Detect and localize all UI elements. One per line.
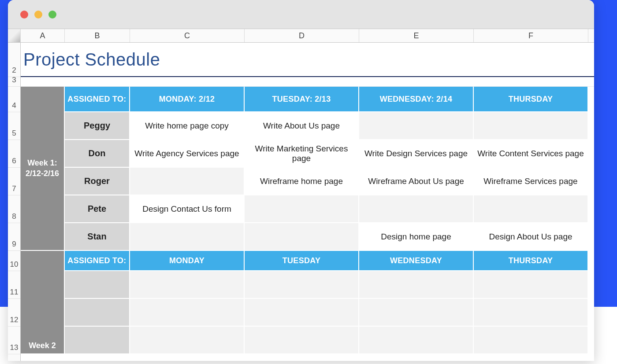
task-cell[interactable] xyxy=(474,271,588,299)
table-header[interactable]: TUESDAY xyxy=(245,251,359,271)
task-cell[interactable] xyxy=(474,327,588,354)
col-header[interactable]: F xyxy=(474,29,588,42)
task-cell[interactable]: Wireframe Services page xyxy=(474,168,588,195)
task-cell[interactable] xyxy=(359,327,474,354)
row-header[interactable]: 5 xyxy=(8,112,20,140)
task-cell[interactable]: Design Contact Us form xyxy=(130,195,245,223)
task-cell[interactable]: Wireframe home page xyxy=(245,168,359,195)
task-cell[interactable]: Wireframe About Us page xyxy=(359,168,474,195)
week-label[interactable]: Week 1: 2/12-2/16 xyxy=(21,87,65,251)
task-cell[interactable]: Write Design Services page xyxy=(359,140,474,168)
table-header[interactable]: THURSDAY xyxy=(474,251,588,271)
select-all-corner[interactable] xyxy=(8,29,21,42)
row-header[interactable]: 4 xyxy=(8,87,20,112)
table-header[interactable]: MONDAY xyxy=(130,251,245,271)
table-header[interactable]: MONDAY: 2/12 xyxy=(130,87,245,112)
row-headers: 2 3 4 5 6 7 8 9 10 11 12 13 xyxy=(8,43,21,361)
task-cell[interactable]: Design About Us page xyxy=(474,223,588,251)
empty-row[interactable] xyxy=(21,77,594,87)
col-header[interactable]: B xyxy=(65,29,130,42)
titlebar xyxy=(8,0,594,29)
assignee-cell[interactable] xyxy=(65,327,130,354)
close-icon[interactable] xyxy=(20,11,28,18)
row-header[interactable]: 7 xyxy=(8,168,20,195)
task-cell[interactable]: Write home page copy xyxy=(130,112,245,140)
row-header[interactable]: 8 xyxy=(8,195,20,223)
col-header[interactable]: C xyxy=(130,29,245,42)
task-cell[interactable]: Design home page xyxy=(359,223,474,251)
task-cell[interactable] xyxy=(130,168,245,195)
task-cell[interactable] xyxy=(359,112,474,140)
assignee-cell[interactable] xyxy=(65,299,130,327)
app-window: A B C D E F 2 3 4 5 6 7 8 9 10 11 12 13 xyxy=(8,0,594,361)
task-cell[interactable] xyxy=(245,223,359,251)
spreadsheet: A B C D E F 2 3 4 5 6 7 8 9 10 11 12 13 xyxy=(8,29,594,361)
minimize-icon[interactable] xyxy=(34,11,42,18)
column-headers: A B C D E F xyxy=(8,29,594,43)
row-header[interactable]: 13 xyxy=(8,327,20,354)
task-cell[interactable] xyxy=(474,195,588,223)
table-header[interactable]: THURSDAY xyxy=(474,87,588,112)
table-header[interactable]: WEDNESDAY: 2/14 xyxy=(359,87,474,112)
col-header[interactable]: E xyxy=(359,29,474,42)
row-header[interactable]: 9 xyxy=(8,223,20,251)
title-row[interactable]: Project Schedule xyxy=(21,43,594,77)
task-cell[interactable] xyxy=(359,271,474,299)
row-header[interactable]: 3 xyxy=(8,77,20,87)
col-header[interactable]: D xyxy=(245,29,359,42)
row-header[interactable]: 11 xyxy=(8,271,20,299)
task-cell[interactable] xyxy=(474,112,588,140)
task-cell[interactable] xyxy=(130,223,245,251)
cells-area: Project Schedule Week 1: 2/12-2/16 ASSIG… xyxy=(21,43,594,361)
table-header[interactable]: ASSIGNED TO: xyxy=(65,87,130,112)
table-header[interactable]: WEDNESDAY xyxy=(359,251,474,271)
maximize-icon[interactable] xyxy=(48,11,56,18)
task-cell[interactable]: Write Marketing Services page xyxy=(245,140,359,168)
task-cell[interactable] xyxy=(245,195,359,223)
assignee-cell[interactable]: Roger xyxy=(65,168,130,195)
assignee-cell[interactable] xyxy=(65,271,130,299)
table-header[interactable]: ASSIGNED TO: xyxy=(65,251,130,271)
task-cell[interactable] xyxy=(359,195,474,223)
assignee-cell[interactable]: Pete xyxy=(65,195,130,223)
task-cell[interactable] xyxy=(130,327,245,354)
row-header[interactable]: 2 xyxy=(8,43,20,77)
assignee-cell[interactable]: Peggy xyxy=(65,112,130,140)
row-header[interactable]: 10 xyxy=(8,251,20,271)
page-title: Project Schedule xyxy=(23,50,160,70)
row-header[interactable]: 12 xyxy=(8,299,20,327)
task-cell[interactable] xyxy=(359,299,474,327)
table-header[interactable]: TUESDAY: 2/13 xyxy=(245,87,359,112)
row-header[interactable]: 6 xyxy=(8,140,20,168)
assignee-cell[interactable]: Stan xyxy=(65,223,130,251)
task-cell[interactable] xyxy=(474,299,588,327)
task-cell[interactable] xyxy=(130,299,245,327)
task-cell[interactable]: Write Content Services page xyxy=(474,140,588,168)
task-cell[interactable] xyxy=(245,327,359,354)
week-label[interactable]: Week 2 xyxy=(21,251,65,354)
assignee-cell[interactable]: Don xyxy=(65,140,130,168)
task-cell[interactable] xyxy=(245,299,359,327)
task-cell[interactable]: Write About Us page xyxy=(245,112,359,140)
task-cell[interactable] xyxy=(245,271,359,299)
task-cell[interactable]: Write Agency Services page xyxy=(130,140,245,168)
task-cell[interactable] xyxy=(130,271,245,299)
col-header[interactable]: A xyxy=(21,29,65,42)
